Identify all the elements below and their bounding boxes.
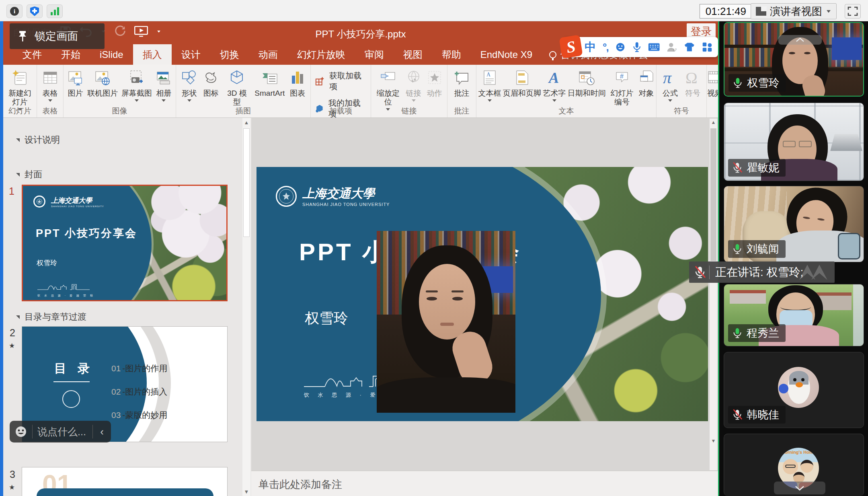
- scroll-down-icon[interactable]: ▼: [242, 487, 250, 496]
- online-pictures-button[interactable]: 联机图片: [87, 67, 118, 98]
- section-cover[interactable]: 封面: [16, 169, 42, 181]
- participant-tile-quanxueling[interactable]: 权雪玲: [724, 22, 864, 97]
- table-icon: [42, 68, 58, 87]
- animation-star-icon: ★: [9, 342, 15, 350]
- meeting-info-button[interactable]: i: [6, 4, 23, 18]
- chevron-down-icon: [827, 10, 831, 12]
- tab-review[interactable]: 审阅: [355, 44, 394, 65]
- collapse-chat-icon[interactable]: ‹: [98, 426, 106, 438]
- svg-text:#: #: [620, 73, 624, 80]
- slide-2-number: 2: [10, 327, 15, 339]
- tab-endnote[interactable]: EndNote X9: [471, 44, 542, 65]
- fullscreen-button[interactable]: [845, 4, 861, 19]
- signal-bars-icon: [51, 7, 59, 15]
- chat-placeholder[interactable]: 说点什么...: [37, 425, 88, 438]
- chevron-down-icon: [795, 486, 804, 491]
- svg-text:A: A: [548, 69, 559, 86]
- voice-input-icon[interactable]: [632, 41, 641, 54]
- photo-album-button[interactable]: 相册: [155, 67, 172, 102]
- video-button[interactable]: 视频: [707, 67, 718, 98]
- get-addins-button[interactable]: 获取加载项: [315, 70, 367, 92]
- view-mode-dropdown[interactable]: 演讲者视图: [751, 3, 837, 19]
- section-toc-transitions[interactable]: 目录与章节过渡: [16, 311, 86, 323]
- chart-button[interactable]: 图表: [289, 67, 306, 98]
- cube-icon: [228, 68, 245, 87]
- zoom-link-button[interactable]: 缩放定位: [375, 67, 401, 111]
- participant-tile-hanxiaojia[interactable]: 韩晓佳: [724, 352, 864, 428]
- tab-slideshow[interactable]: 幻灯片放映: [287, 44, 355, 65]
- participant-name-chip: 程秀兰: [728, 324, 786, 342]
- collapse-tile-button[interactable]: [778, 35, 822, 45]
- slide-author[interactable]: 权雪玲: [305, 309, 348, 328]
- keyboard-icon[interactable]: [648, 42, 660, 52]
- scrollbar-thumb[interactable]: [243, 128, 250, 237]
- participant-tile-liuyuwen[interactable]: 刘毓闻: [724, 186, 864, 262]
- svg-text:A: A: [486, 72, 491, 78]
- chat-quick-input[interactable]: 说点什么... ‹: [10, 421, 111, 442]
- textbox-button[interactable]: A 文本框: [478, 67, 501, 102]
- omega-icon: Ω: [684, 68, 702, 87]
- chinese-mode-icon[interactable]: 中: [585, 39, 596, 55]
- collapse-triangle-icon: [16, 138, 20, 142]
- account-icon[interactable]: 17: [667, 41, 677, 53]
- date-time-button[interactable]: 日期和时间: [568, 67, 606, 98]
- shapes-button[interactable]: 形状: [181, 67, 198, 102]
- picture-button[interactable]: 图片: [67, 67, 84, 98]
- meeting-network-button[interactable]: [47, 4, 63, 18]
- group-images: 图片 联机图片 屏幕截图 相册 图像: [64, 65, 176, 118]
- participant-tile-chengxiulan[interactable]: 程秀兰: [724, 284, 864, 346]
- header-footer-icon: [515, 68, 529, 87]
- collapse-triangle-icon: [16, 173, 20, 177]
- meeting-topbar: i 01:21:49 演讲者视图: [0, 0, 868, 21]
- participant-tile-morningshome[interactable]: Morning's Home: [724, 434, 864, 496]
- emoji-icon[interactable]: [615, 41, 626, 53]
- table-button[interactable]: 表格: [42, 67, 58, 102]
- participant-tile-qumingni[interactable]: 瞿敏妮: [724, 103, 864, 181]
- panel-scrollbar[interactable]: ▲ ▼: [242, 118, 250, 496]
- slide-3-thumbnail[interactable]: 01: [22, 467, 228, 496]
- section-design-notes[interactable]: 设计说明: [16, 134, 60, 146]
- notes-placeholder: 单击此处添加备注: [259, 477, 342, 492]
- editor-scrollbar[interactable]: ▲ ▼: [710, 119, 717, 470]
- new-slide-icon: [12, 68, 29, 87]
- slide-1-thumbnail[interactable]: 上海交通大學 SHANGHAI JIAO TONG UNIVERSITY PPT…: [22, 185, 228, 301]
- smartart-button[interactable]: SmartArt: [254, 67, 285, 98]
- group-comments: 批注 批注: [447, 65, 476, 118]
- mic-muted-icon: [732, 162, 743, 174]
- punctuation-icon[interactable]: °,: [603, 41, 608, 54]
- tab-design[interactable]: 设计: [172, 44, 210, 65]
- comment-button[interactable]: 批注: [453, 67, 470, 98]
- participant-name-chip: 韩晓佳: [728, 406, 786, 424]
- chart-icon: [289, 68, 306, 87]
- skin-tshirt-icon[interactable]: [684, 41, 695, 53]
- action-star-icon: [426, 68, 443, 87]
- sogou-logo[interactable]: S: [559, 35, 583, 58]
- tab-view[interactable]: 视图: [394, 44, 432, 65]
- equation-button[interactable]: π 公式: [661, 67, 679, 102]
- screenshot-button[interactable]: 屏幕截图: [121, 67, 152, 102]
- meeting-security-button[interactable]: [27, 4, 43, 18]
- new-slide-button[interactable]: 新建幻灯片: [6, 67, 34, 111]
- object-button[interactable]: 对象: [638, 67, 655, 98]
- header-footer-button[interactable]: 页眉和页脚: [503, 67, 541, 98]
- tab-insert[interactable]: 插入: [133, 44, 172, 65]
- scroll-up-icon[interactable]: ▲: [242, 118, 250, 127]
- speaker-camera-overlay[interactable]: [377, 231, 515, 413]
- wordart-button[interactable]: A 艺术字: [543, 67, 566, 102]
- speaking-banner-text: 正在讲话: 权雪玲;: [715, 265, 803, 280]
- notes-pane[interactable]: 单击此处添加备注: [251, 471, 718, 496]
- toolbox-grid-icon[interactable]: [702, 41, 712, 53]
- scroll-participants-button[interactable]: [774, 482, 825, 494]
- mic-on-icon: [733, 77, 743, 89]
- textbox-icon: A: [482, 68, 497, 87]
- share-strip-left: [0, 21, 3, 496]
- tab-animations[interactable]: 动画: [249, 44, 287, 65]
- emoji-chat-icon[interactable]: [14, 425, 27, 438]
- 3d-model-button[interactable]: 3D 模型: [224, 67, 250, 107]
- group-text: A 文本框 页眉和页脚 A 艺术字 日期和时间: [476, 65, 657, 118]
- icons-button[interactable]: 图标: [203, 67, 220, 98]
- svg-text:17: 17: [673, 47, 677, 52]
- slide-number-button[interactable]: # 幻灯片编号: [607, 67, 636, 107]
- tab-transitions[interactable]: 切换: [210, 44, 249, 65]
- tab-help[interactable]: 帮助: [432, 44, 471, 65]
